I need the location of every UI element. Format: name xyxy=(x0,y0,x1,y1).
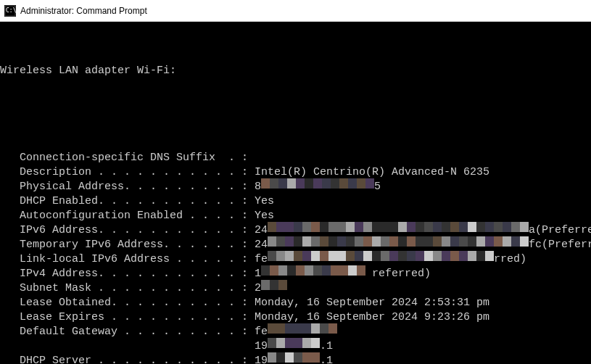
row-value-suffix: fc(Preferred) xyxy=(529,238,591,252)
row-value-prefix: 1 xyxy=(255,267,261,281)
row-value-suffix: .1 xyxy=(320,354,333,364)
output-row: Autoconfiguration Enabled . . . . : Yes xyxy=(0,209,591,223)
terminal-output[interactable]: Wireless LAN adapter Wi-Fi: Connection-s… xyxy=(0,22,591,364)
output-row: Lease Obtained. . . . . . . . . . : Mond… xyxy=(0,296,591,310)
redacted-region xyxy=(268,338,320,348)
adapter-header: Wireless LAN adapter Wi-Fi: xyxy=(0,64,591,78)
row-label: DHCP Server . . . . . . . . . . . : xyxy=(0,354,255,364)
output-row: Default Gateway . . . . . . . . . : fe xyxy=(0,325,591,339)
row-value: Yes xyxy=(255,194,274,209)
redacted-region xyxy=(268,251,494,261)
row-label: Default Gateway . . . . . . . . . : xyxy=(0,325,255,339)
output-row: Lease Expires . . . . . . . . . . : Mond… xyxy=(0,310,591,325)
row-value: Monday, 16 September 2024 2:53:31 pm xyxy=(255,296,489,310)
row-value-prefix: 24 xyxy=(255,238,268,252)
row-value-prefix: fe xyxy=(255,325,268,339)
row-label: IPv4 Address. . . . . . . . . . . : xyxy=(0,267,255,281)
row-value-mid: referred) xyxy=(365,267,431,281)
row-label: Autoconfiguration Enabled . . . . : xyxy=(0,209,255,223)
output-row: Description . . . . . . . . . . . : Inte… xyxy=(0,165,591,180)
row-value-prefix: 8 xyxy=(255,180,261,194)
svg-text:C:\: C:\ xyxy=(6,7,16,14)
row-label: DHCP Enabled. . . . . . . . . . . : xyxy=(0,194,255,209)
row-label: Lease Expires . . . . . . . . . . : xyxy=(0,310,255,325)
redacted-region xyxy=(261,178,374,189)
redacted-region xyxy=(268,222,529,232)
row-label: Description . . . . . . . . . . . : xyxy=(0,165,255,180)
row-value-prefix: 24 xyxy=(255,223,268,238)
row-label: Subnet Mask . . . . . . . . . . . : xyxy=(0,281,255,296)
output-row: Link-local IPv6 Address . . . . . : ferr… xyxy=(0,252,591,267)
row-value-suffix: a(Preferred) xyxy=(529,223,591,238)
output-row: Temporary IPv6 Address. . . . . . : 24fc… xyxy=(0,238,591,252)
window-titlebar[interactable]: C:\ Administrator: Command Prompt xyxy=(0,0,591,22)
redacted-region xyxy=(268,323,337,334)
row-value-prefix: 19 xyxy=(255,339,268,354)
output-row: Physical Address. . . . . . . . . : 85 xyxy=(0,180,591,194)
redacted-region xyxy=(261,280,287,290)
row-value-prefix: 19 xyxy=(255,354,268,364)
row-label: Physical Address. . . . . . . . . : xyxy=(0,180,255,194)
row-label: Connection-specific DNS Suffix . : xyxy=(0,151,248,165)
row-label: Lease Obtained. . . . . . . . . . : xyxy=(0,296,255,310)
row-value-suffix: 5 xyxy=(374,180,381,194)
row-value: Monday, 16 September 2024 9:23:26 pm xyxy=(255,310,489,325)
row-value-prefix: fe xyxy=(255,252,268,267)
row-value-prefix: 2 xyxy=(255,281,261,296)
window-title: Administrator: Command Prompt xyxy=(20,6,147,16)
row-value: Intel(R) Centrino(R) Advanced-N 6235 xyxy=(255,165,489,180)
output-row: IPv6 Address. . . . . . . . . . . : 24a(… xyxy=(0,223,591,238)
row-label xyxy=(0,339,255,354)
redacted-region xyxy=(268,236,529,247)
blank-line xyxy=(0,107,591,122)
output-row: DHCP Enabled. . . . . . . . . . . : Yes xyxy=(0,194,591,209)
cmd-icon: C:\ xyxy=(4,5,16,17)
row-label: Link-local IPv6 Address . . . . . : xyxy=(0,252,255,267)
output-row: Subnet Mask . . . . . . . . . . . : 2 xyxy=(0,281,591,296)
output-row: IPv4 Address. . . . . . . . . . . : 1 re… xyxy=(0,267,591,281)
row-label: IPv6 Address. . . . . . . . . . . : xyxy=(0,223,255,238)
output-row: Connection-specific DNS Suffix . : xyxy=(0,151,591,165)
row-value: Yes xyxy=(255,209,274,223)
output-row: DHCP Server . . . . . . . . . . . : 19.1 xyxy=(0,354,591,364)
row-value-suffix: .1 xyxy=(320,339,333,354)
row-value-suffix: rred) xyxy=(494,252,526,267)
redacted-region xyxy=(261,265,365,276)
output-row: 19.1 xyxy=(0,339,591,354)
redacted-region xyxy=(268,352,320,363)
row-label: Temporary IPv6 Address. . . . . . : xyxy=(0,238,255,252)
